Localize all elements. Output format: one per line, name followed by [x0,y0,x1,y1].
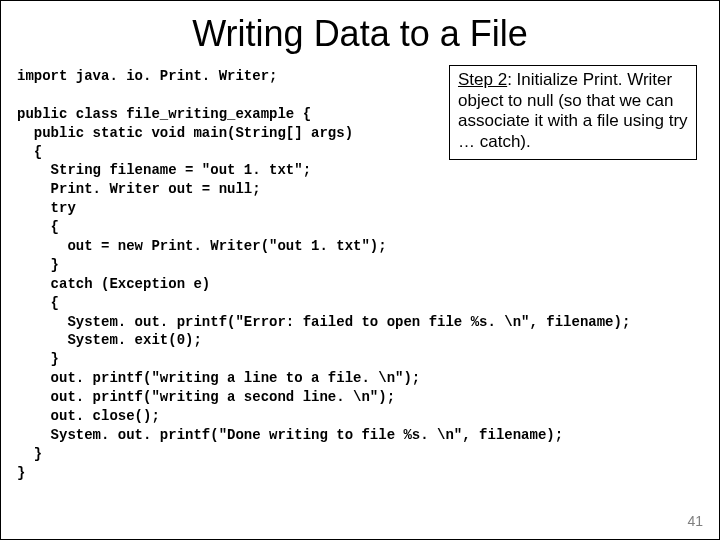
step-callout: Step 2: Initialize Print. Writer object … [449,65,697,160]
slide-title: Writing Data to a File [1,1,719,67]
slide-number: 41 [687,513,703,529]
callout-text: Step 2: Initialize Print. Writer object … [458,70,688,151]
slide-body: import java. io. Print. Writer; public c… [1,67,719,483]
